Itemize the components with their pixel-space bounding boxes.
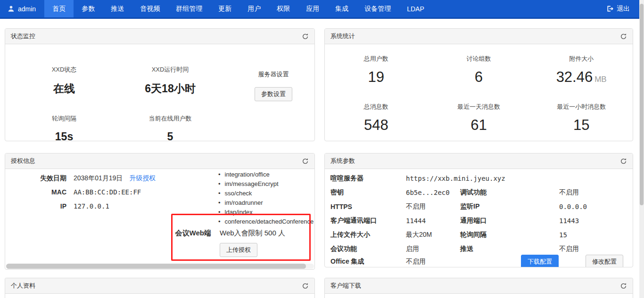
param-label: 密钥 [330, 188, 406, 197]
list-item: •conference/detachedConference [218, 217, 314, 226]
client-download-panel: 客户端下载 [324, 278, 633, 298]
stats-grid: 总用户数 19 讨论组数 6 附件大小 32.46MB 总消息数 548 最近一… [325, 44, 633, 140]
license-panel-header: 授权信息 [5, 153, 314, 169]
download-config-button[interactable]: 下载配置 [521, 255, 559, 267]
param-value: 15 [559, 231, 627, 239]
refresh-icon[interactable] [302, 158, 309, 165]
bullet-icon: • [218, 190, 221, 197]
metric-value: 6天18小时 [121, 81, 220, 96]
param-value: 不启用 [559, 188, 627, 197]
client-download-panel-title: 客户端下载 [330, 282, 361, 290]
stat-total-users: 总用户数 19 [325, 44, 428, 92]
nav-item-ldap[interactable]: LDAP [399, 0, 432, 17]
params-panel: 系统参数 喧喧服务器 https://xxb.mini.jyeu.xyz 密钥 … [324, 153, 633, 267]
refresh-icon[interactable] [620, 158, 627, 165]
nav-item-users[interactable]: 用户 [239, 0, 269, 17]
field-value: 2038年01月19日 [74, 174, 123, 183]
settings-button[interactable]: 参数设置 [255, 87, 292, 101]
meeting-web-label: 会议Web端 [5, 229, 211, 238]
field-value: 127.0.0.1 [74, 202, 109, 210]
stat-label: 总消息数 [325, 103, 428, 111]
stat-attachment-size: 附件大小 32.46MB [530, 44, 633, 92]
license-modules-list: •integration/office •im/messageEncrypt •… [218, 169, 314, 226]
status-panel-title: 状态监控 [11, 32, 35, 40]
bullet-icon: • [218, 180, 221, 187]
vertical-scrollbar-thumb[interactable] [640, 4, 644, 205]
param-label: 推送 [460, 245, 559, 253]
nav-item-push[interactable]: 推送 [103, 0, 132, 17]
bullet-icon: • [218, 171, 221, 178]
nav-item-av[interactable]: 音视频 [132, 0, 168, 17]
stat-messages-hour: 最近一小时消息数 15 [530, 92, 633, 140]
status-panel-header: 状态监控 [5, 29, 314, 44]
field-value: AA:BB:CC:DD:EE:FF [74, 188, 141, 196]
list-item: •ldap/index [218, 207, 314, 217]
profile-panel: 个人资料 [5, 278, 315, 298]
nav-item-params[interactable]: 参数 [74, 0, 103, 17]
modify-config-button[interactable]: 修改配置 [586, 255, 623, 267]
nav-item-groups[interactable]: 群组管理 [168, 0, 210, 17]
param-row-office: Office 集成 不启用 下载配置 修改配置 [330, 255, 627, 267]
upload-license-button[interactable]: 上传授权 [220, 243, 257, 257]
stat-label: 附件大小 [530, 55, 633, 63]
user-icon [8, 5, 15, 12]
stat-value: 548 [325, 117, 428, 134]
param-value: 不启用 [406, 258, 460, 266]
stat-value: 32.46MB [530, 69, 633, 86]
nav-item-update[interactable]: 更新 [210, 0, 239, 17]
list-item: •im/messageEncrypt [218, 179, 314, 188]
metric-xxd-status: XXD状态 在线 [15, 65, 114, 96]
param-label: 监听IP [460, 202, 559, 211]
stat-value: 61 [428, 117, 530, 134]
nav-item-home[interactable]: 首页 [44, 0, 74, 17]
top-navbar: admin 首页 参数 推送 音视频 群组管理 更新 用户 权限 应用 集成 设… [0, 0, 639, 19]
bullet-icon: • [218, 209, 221, 216]
param-value: 0.0.0.0 [559, 203, 627, 210]
metric-poll-interval: 轮询间隔 15s [15, 114, 114, 141]
upgrade-license-link[interactable]: 升级授权 [129, 174, 156, 183]
nav-item-permissions[interactable]: 权限 [269, 0, 298, 17]
nav-item-devices[interactable]: 设备管理 [356, 0, 399, 17]
metric-value: 在线 [15, 81, 114, 96]
stats-panel-header: 系统统计 [325, 29, 633, 44]
license-panel-title: 授权信息 [11, 157, 35, 165]
param-value: 11444 [406, 217, 460, 225]
param-row-server: 喧喧服务器 https://xxb.mini.jyeu.xyz [330, 171, 627, 185]
param-label: 客户端通讯端口 [330, 217, 406, 225]
metric-label: XXD运行时间 [121, 65, 220, 74]
profile-panel-header: 个人资料 [5, 278, 314, 294]
logout-button[interactable]: 退出 [597, 0, 639, 17]
stats-panel: 系统统计 总用户数 19 讨论组数 6 附件大小 32.46MB 总消息数 54… [324, 28, 633, 141]
stats-panel-title: 系统统计 [330, 32, 355, 40]
params-panel-title: 系统参数 [330, 157, 355, 165]
stat-discussion-groups: 讨论组数 6 [428, 44, 530, 92]
refresh-icon[interactable] [620, 33, 627, 40]
refresh-icon[interactable] [620, 282, 627, 290]
upload-license-wrap: 上传授权 [220, 243, 257, 257]
param-label: HTTPS [330, 203, 406, 210]
param-label: 会议功能 [330, 245, 406, 253]
current-user[interactable]: admin [0, 0, 44, 17]
nav-item-apps[interactable]: 应用 [298, 0, 327, 17]
param-label: 喧喧服务器 [330, 174, 406, 183]
stat-value: 6 [428, 69, 530, 86]
param-row-upload-poll: 上传文件大小 最大20M 轮询间隔 15 [330, 228, 627, 242]
nav-item-integrations[interactable]: 集成 [327, 0, 356, 17]
status-panel: 状态监控 XXD状态 在线 XXD运行时间 6天18小时 轮询间隔 15s 当前… [5, 28, 315, 141]
nav-menu: 首页 参数 推送 音视频 群组管理 更新 用户 权限 应用 集成 设备管理 LD… [44, 0, 432, 17]
server-settings-label: 服务器设置 [231, 70, 315, 79]
metric-label: XXD状态 [15, 65, 114, 74]
metric-label: 当前在线用户数 [121, 114, 220, 123]
license-field-ip: IP 127.0.0.1 [5, 202, 109, 210]
stat-messages-day: 最近一天消息数 61 [428, 92, 530, 140]
user-name: admin [18, 5, 36, 13]
horizontal-scrollbar-thumb[interactable] [6, 264, 306, 269]
refresh-icon[interactable] [302, 282, 309, 290]
param-value: https://xxb.mini.jyeu.xyz [406, 175, 627, 182]
logout-icon [606, 5, 613, 12]
profile-panel-title: 个人资料 [11, 282, 35, 290]
param-row-https-listen: HTTPS 不启用 监听IP 0.0.0.0 [330, 200, 627, 214]
stat-unit: MB [594, 75, 607, 84]
meeting-web-value: Web入會限制 500 人 [220, 229, 285, 238]
refresh-icon[interactable] [302, 33, 309, 40]
